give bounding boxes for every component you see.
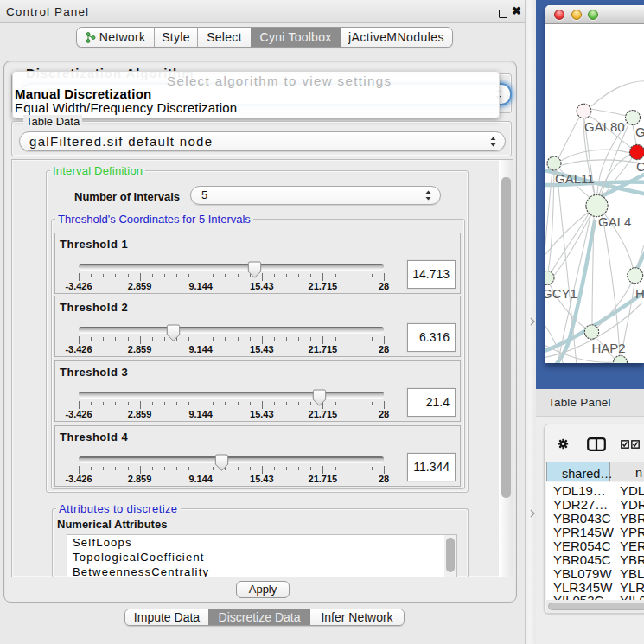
svg-text:C: C bbox=[636, 159, 644, 174]
svg-text:H: H bbox=[635, 286, 644, 301]
svg-text:GCY1: GCY1 bbox=[545, 286, 577, 301]
svg-text:GAL11: GAL11 bbox=[555, 171, 595, 186]
svg-text:HAP2: HAP2 bbox=[592, 341, 626, 355]
svg-text:GAL80: GAL80 bbox=[584, 119, 625, 134]
svg-text:GAL4: GAL4 bbox=[598, 214, 631, 229]
svg-text:GA: GA bbox=[635, 124, 644, 139]
